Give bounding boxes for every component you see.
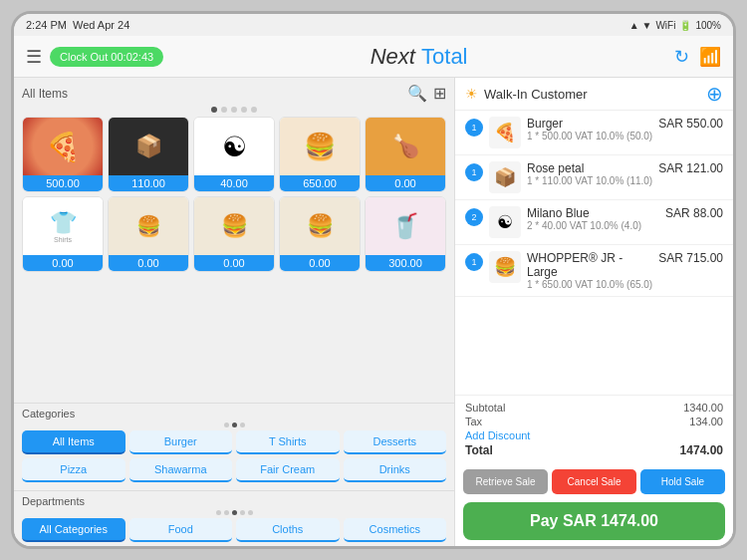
- product-card-strawberry[interactable]: 🥤 300.00: [365, 196, 446, 272]
- category-btn-fair-cream[interactable]: Fair Cream: [236, 458, 340, 482]
- product-price-original-whopper: 0.00: [194, 255, 274, 271]
- product-price-chicken-tikka: 0.00: [280, 255, 360, 271]
- wifi-icon[interactable]: 📶: [699, 46, 721, 68]
- item-qty-burger: 1: [465, 119, 483, 137]
- product-image-angus: 🍔: [109, 197, 188, 255]
- product-card-whopper[interactable]: 🍔 650.00: [279, 117, 361, 192]
- dept-btn-cloths[interactable]: Cloths: [236, 518, 340, 542]
- item-details-milano-blue: Milano Blue 2 * 40.00 VAT 10.0% (4.0): [527, 206, 659, 231]
- item-thumb-burger: 🍕: [489, 117, 521, 148]
- product-image-burger: 🍕: [23, 118, 103, 175]
- item-price-milano-blue: SAR 88.00: [665, 206, 723, 220]
- item-price-whopper: SAR 715.00: [658, 251, 723, 265]
- order-item-burger[interactable]: 1 🍕 Burger 1 * 500.00 VAT 10.0% (50.0) S…: [455, 111, 733, 155]
- app-header: ☰ Clock Out 00:02:43 Next Total ↻ 📶: [14, 36, 733, 78]
- items-title: All Items: [22, 87, 68, 101]
- product-card-burger[interactable]: 🍕 500.00: [22, 117, 104, 192]
- totals-section: Subtotal 1340.00 Tax 134.00 Add Discount…: [455, 395, 733, 465]
- product-card-angus[interactable]: 🍔 0.00: [108, 196, 189, 272]
- search-icon[interactable]: 🔍: [407, 84, 427, 103]
- refresh-icon[interactable]: ↻: [674, 46, 689, 68]
- device-frame: 2:24 PM Wed Apr 24 ▲ ▼ WiFi 🔋 100% ☰ Clo…: [11, 11, 736, 549]
- order-item-rose-petal[interactable]: 1 📦 Rose petal 1 * 110.00 VAT 10.0% (11.…: [455, 155, 733, 200]
- item-details-rose-petal: Rose petal 1 * 110.00 VAT 10.0% (11.0): [527, 161, 652, 186]
- cat-dot-3: [240, 422, 245, 427]
- subtotal-label: Subtotal: [465, 402, 505, 414]
- product-card-chicken-tikka[interactable]: 🍔 0.00: [279, 196, 361, 272]
- grid-view-icon[interactable]: ⊞: [433, 84, 446, 103]
- product-image-rose-petal: 📦: [109, 118, 188, 175]
- dept-btn-cosmetics[interactable]: Cosmetics: [344, 518, 447, 542]
- total-label: Total: [465, 443, 493, 457]
- product-image-whopper: 🍔: [280, 118, 360, 175]
- category-pagination-dots: [22, 422, 446, 427]
- add-discount-button[interactable]: Add Discount: [465, 429, 723, 441]
- product-grid-row1: 🍕 500.00 📦 110.00 ☯ 40.00: [22, 117, 446, 192]
- dept-dot-2: [224, 510, 229, 515]
- tax-value: 134.00: [689, 416, 723, 427]
- category-row-2: Pizza Shawarma Fair Cream Drinks: [22, 458, 446, 482]
- product-grid-row2: 👕 Shirts 0.00 🍔 0.00 🍔: [22, 196, 446, 272]
- pay-button[interactable]: Pay SAR 1474.00: [463, 502, 725, 540]
- item-name-rose-petal: Rose petal: [527, 161, 652, 175]
- pagination-dots-items: [22, 107, 446, 113]
- dot-2: [221, 107, 227, 113]
- category-btn-shawarma[interactable]: Shawarma: [129, 458, 233, 482]
- category-btn-tshirts[interactable]: T Shirts: [236, 430, 340, 454]
- categories-section: Categories All Items Burger T Shirts Des…: [14, 403, 454, 490]
- right-panel: ☀ Walk-In Customer ⊕ 1 🍕 Burger 1 * 500.…: [454, 78, 733, 546]
- product-image-crispy-chicken: 🍗: [366, 118, 445, 175]
- customer-header: ☀ Walk-In Customer ⊕: [455, 78, 733, 111]
- category-btn-desserts[interactable]: Desserts: [344, 430, 447, 454]
- dept-btn-all-categories[interactable]: All Categories: [22, 518, 125, 542]
- items-controls: 🔍 ⊞: [407, 84, 446, 103]
- retrieve-sale-button[interactable]: Retrieve Sale: [463, 469, 548, 494]
- add-customer-button[interactable]: ⊕: [706, 84, 723, 104]
- product-price-whopper: 650.00: [280, 175, 360, 191]
- item-sub-whopper: 1 * 650.00 VAT 10.0% (65.0): [527, 279, 652, 290]
- item-details-burger: Burger 1 * 500.00 VAT 10.0% (50.0): [527, 117, 652, 141]
- dept-pagination-dots: [22, 510, 446, 515]
- dot-1: [211, 107, 217, 113]
- product-price-strawberry: 300.00: [366, 255, 445, 271]
- category-btn-burger[interactable]: Burger: [129, 430, 233, 454]
- tax-row: Tax 134.00: [465, 416, 723, 427]
- subtotal-value: 1340.00: [683, 402, 723, 414]
- item-name-whopper: WHOPPER® JR - Large: [527, 251, 652, 279]
- category-btn-drinks[interactable]: Drinks: [344, 458, 447, 482]
- grand-total-row: Total 1474.00: [465, 443, 723, 457]
- categories-label: Categories: [22, 408, 446, 420]
- hold-sale-button[interactable]: Hold Sale: [640, 469, 725, 494]
- menu-icon[interactable]: ☰: [26, 46, 42, 68]
- wifi-status: WiFi: [655, 20, 675, 31]
- time: 2:24 PM: [26, 19, 67, 31]
- product-price-crispy-chicken: 0.00: [366, 175, 445, 191]
- dept-btn-food[interactable]: Food: [129, 518, 233, 542]
- title-next: Next: [371, 44, 415, 69]
- item-thumb-rose-petal: 📦: [489, 161, 521, 193]
- action-buttons: Retrieve Sale Cancel Sale Hold Sale: [455, 465, 733, 498]
- category-btn-all-items[interactable]: All Items: [22, 430, 125, 454]
- item-details-whopper: WHOPPER® JR - Large 1 * 650.00 VAT 10.0%…: [527, 251, 652, 290]
- product-card-milano-blue[interactable]: ☯ 40.00: [193, 117, 275, 192]
- product-card-original-whopper[interactable]: 🍔 0.00: [193, 196, 275, 272]
- item-qty-rose-petal: 1: [465, 163, 483, 181]
- product-card-shirts[interactable]: 👕 Shirts 0.00: [22, 196, 104, 272]
- product-price-angus: 0.00: [109, 255, 188, 271]
- app-title: Next Total: [371, 44, 468, 70]
- item-price-rose-petal: SAR 121.00: [658, 161, 723, 175]
- items-section: All Items 🔍 ⊞ �: [14, 78, 454, 403]
- clock-out-button[interactable]: Clock Out 00:02:43: [50, 47, 163, 67]
- order-item-milano-blue[interactable]: 2 ☯ Milano Blue 2 * 40.00 VAT 10.0% (4.0…: [455, 200, 733, 245]
- dot-3: [231, 107, 237, 113]
- customer-icon: ☀: [465, 86, 478, 102]
- product-image-original-whopper: 🍔: [194, 197, 274, 255]
- order-item-whopper[interactable]: 1 🍔 WHOPPER® JR - Large 1 * 650.00 VAT 1…: [455, 245, 733, 297]
- dept-dot-4: [240, 510, 245, 515]
- product-card-crispy-chicken[interactable]: 🍗 0.00: [365, 117, 446, 192]
- cancel-sale-button[interactable]: Cancel Sale: [552, 469, 636, 494]
- category-btn-pizza[interactable]: Pizza: [22, 458, 125, 482]
- product-card-rose-petal[interactable]: 📦 110.00: [108, 117, 189, 192]
- dot-5: [251, 107, 257, 113]
- total-value: 1474.00: [680, 443, 723, 457]
